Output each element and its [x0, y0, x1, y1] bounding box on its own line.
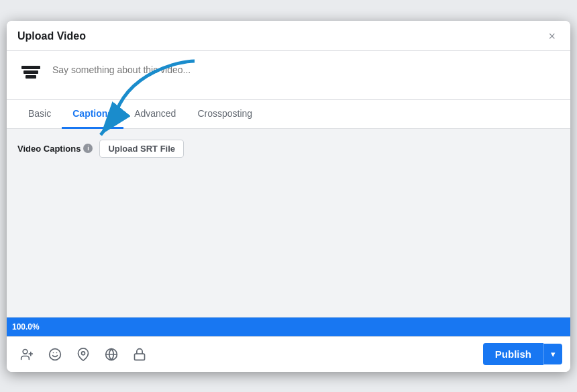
modal-title: Upload Video — [17, 30, 86, 42]
tab-advanced[interactable]: Advanced — [123, 100, 187, 129]
progress-section: 100.0% — [7, 317, 570, 336]
modal-header: Upload Video × — [7, 21, 570, 51]
modal-backdrop: Upload Video × — [0, 0, 577, 392]
upload-srt-button[interactable]: Upload SRT File — [99, 140, 184, 158]
svg-point-4 — [50, 348, 61, 360]
progress-text: 100.0% — [12, 322, 40, 332]
tab-basic[interactable]: Basic — [17, 100, 62, 129]
footer-icons — [15, 342, 152, 366]
emoji-icon[interactable] — [43, 342, 67, 366]
location-icon[interactable] — [71, 342, 95, 366]
upload-video-modal: Upload Video × — [7, 21, 570, 372]
svg-point-1 — [23, 349, 28, 354]
lock-icon[interactable] — [127, 342, 152, 366]
progress-bar-container: 100.0% — [7, 317, 570, 336]
close-button[interactable]: × — [544, 29, 560, 44]
info-icon: i — [83, 144, 93, 153]
globe-icon[interactable] — [99, 342, 123, 366]
status-bar — [7, 51, 570, 100]
svg-point-7 — [82, 351, 85, 354]
tab-content-captions: Video Captions i Upload SRT File — [7, 129, 570, 317]
status-input[interactable] — [52, 59, 560, 91]
tab-captions[interactable]: Captions — [62, 100, 123, 129]
captions-label: Video Captions i — [17, 144, 93, 154]
modal-footer: Publish ▾ — [7, 336, 570, 372]
footer-actions: Publish ▾ — [483, 343, 562, 365]
add-person-icon[interactable] — [15, 342, 39, 366]
avatar — [17, 59, 44, 86]
publish-dropdown-button[interactable]: ▾ — [543, 344, 562, 364]
tab-crossposting[interactable]: Crossposting — [187, 100, 263, 129]
tabs-bar: Basic Captions Advanced Crossposting — [7, 100, 570, 129]
progress-bar-fill — [7, 317, 570, 336]
layers-icon — [21, 66, 40, 79]
captions-row: Video Captions i Upload SRT File — [17, 140, 560, 158]
publish-button[interactable]: Publish — [483, 343, 543, 365]
svg-rect-10 — [135, 354, 145, 360]
